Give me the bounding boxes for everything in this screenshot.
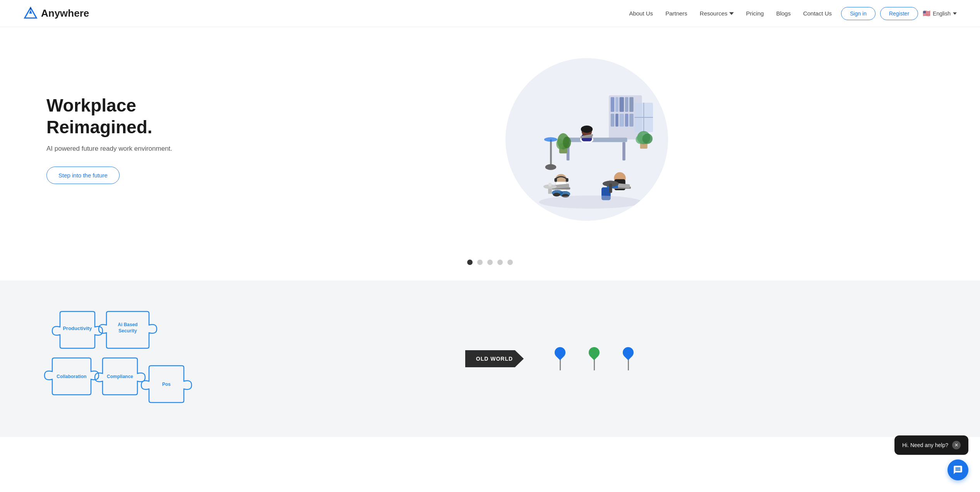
nav-contact[interactable]: Contact Us <box>803 10 832 17</box>
svg-rect-24 <box>622 142 625 161</box>
svg-point-61 <box>545 164 557 170</box>
hero-text: Workplace Reimagined. AI powered future … <box>46 95 240 184</box>
nav-partners[interactable]: Partners <box>665 10 687 17</box>
carousel-dot-4[interactable] <box>497 260 503 265</box>
carousel-dot-3[interactable] <box>487 260 493 265</box>
pin-head-1 <box>552 345 568 360</box>
svg-text:Security: Security <box>118 328 137 334</box>
svg-text:Productivity: Productivity <box>63 325 92 331</box>
svg-rect-54 <box>609 184 612 193</box>
register-button[interactable]: Register <box>880 7 918 20</box>
svg-text:Pos: Pos <box>162 382 171 387</box>
svg-rect-10 <box>611 114 615 127</box>
svg-rect-34 <box>566 178 569 182</box>
svg-point-28 <box>581 126 593 133</box>
bottom-section: Productivity Ai Based Security Collabora… <box>0 280 980 437</box>
svg-text:Ai Based: Ai Based <box>118 322 137 327</box>
pin-3 <box>623 347 634 370</box>
svg-rect-22 <box>565 138 627 142</box>
svg-rect-33 <box>554 178 557 182</box>
nav-actions: Sign in Register 🇺🇸 English <box>841 7 957 20</box>
svg-point-58 <box>563 136 571 148</box>
pin-stem-2 <box>594 359 595 370</box>
svg-point-39 <box>553 193 560 197</box>
carousel-dot-1[interactable] <box>467 260 473 265</box>
signin-button[interactable]: Sign in <box>841 7 875 20</box>
svg-text:Collaboration: Collaboration <box>57 374 86 379</box>
flag-icon: 🇺🇸 <box>923 10 930 17</box>
nav-pricing[interactable]: Pricing <box>746 10 764 17</box>
pin-area <box>555 347 634 370</box>
nav-about[interactable]: About Us <box>629 10 653 17</box>
chat-widget: Hi. Need any help? ✕ <box>894 435 968 437</box>
cta-button[interactable]: Step into the future <box>46 167 120 184</box>
svg-point-60 <box>544 137 557 141</box>
svg-rect-7 <box>620 97 624 112</box>
svg-rect-44 <box>548 183 552 187</box>
pin-head-2 <box>586 345 602 360</box>
carousel-dot-2[interactable] <box>477 260 483 265</box>
main-nav: About Us Partners Resources Pricing Blog… <box>629 10 832 17</box>
old-world-label: OLD WORLD <box>465 350 524 367</box>
right-area: OLD WORLD <box>465 304 949 414</box>
svg-rect-11 <box>615 114 618 127</box>
svg-text:Compliance: Compliance <box>107 374 133 379</box>
puzzle-area: Productivity Ai Based Security Collabora… <box>31 304 434 414</box>
hero-section: Workplace Reimagined. AI powered future … <box>0 27 980 252</box>
chat-bubble: Hi. Need any help? ✕ <box>894 435 968 437</box>
svg-point-21 <box>642 134 653 144</box>
carousel-dot-5[interactable] <box>507 260 513 265</box>
old-world-arrow: OLD WORLD <box>465 350 524 367</box>
svg-rect-8 <box>625 97 629 112</box>
svg-rect-6 <box>615 97 618 112</box>
hero-illustration <box>505 58 668 221</box>
nav-blogs[interactable]: Blogs <box>776 10 791 17</box>
svg-rect-12 <box>620 114 624 127</box>
svg-rect-5 <box>611 97 615 112</box>
logo-text: Anywhere <box>41 7 89 19</box>
nav-resources[interactable]: Resources <box>700 10 734 17</box>
hero-image <box>240 58 934 221</box>
hero-subtitle: AI powered future ready work environment… <box>46 145 240 153</box>
pin-stem-3 <box>628 359 629 370</box>
pin-stem-1 <box>560 359 561 370</box>
pin-2 <box>589 347 600 370</box>
pin-1 <box>555 347 565 370</box>
puzzle-svg: Productivity Ai Based Security Collabora… <box>31 304 224 412</box>
language-selector[interactable]: 🇺🇸 English <box>923 10 957 17</box>
svg-rect-13 <box>625 114 629 127</box>
hero-title: Workplace Reimagined. <box>46 95 240 138</box>
svg-rect-9 <box>629 97 633 112</box>
carousel-dots <box>0 252 980 280</box>
svg-point-62 <box>539 195 642 208</box>
svg-rect-14 <box>629 114 633 127</box>
pin-head-3 <box>620 345 636 360</box>
logo[interactable]: Anywhere <box>23 6 89 21</box>
header: Anywhere About Us Partners Resources Pri… <box>0 0 980 27</box>
svg-point-57 <box>556 139 564 149</box>
